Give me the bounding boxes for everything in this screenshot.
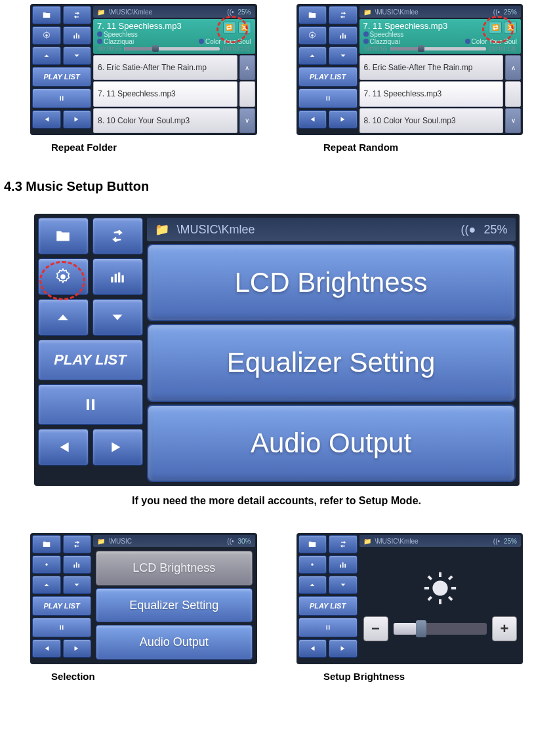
shuffle-mode-icon[interactable]: 🔀 — [238, 22, 251, 33]
menu-lcd-brightness[interactable]: LCD Brightness — [96, 551, 253, 586]
scroll-up[interactable]: ∧ — [239, 55, 255, 80]
down-button[interactable] — [329, 47, 358, 65]
next-button[interactable] — [92, 429, 143, 466]
repeat-button[interactable] — [63, 6, 92, 24]
brightness-plus[interactable]: + — [492, 616, 517, 641]
player-repeat-random: PLAY LIST 📁 \MUSIC\Kmlee ((• 25% 🔁 🔀 7. … — [297, 4, 523, 135]
settings-button[interactable] — [38, 258, 89, 295]
section-heading: 4.3 Music Setup Button — [4, 179, 549, 194]
artist-label: Clazziquai — [104, 38, 134, 45]
track-item[interactable]: 8. 10 Color Your Soul.mp3 — [93, 108, 237, 133]
up-button[interactable] — [298, 576, 327, 594]
prev-button[interactable] — [32, 110, 61, 129]
pause-button[interactable] — [38, 384, 143, 425]
repeat-button[interactable] — [329, 6, 358, 24]
folder-button[interactable] — [298, 6, 327, 24]
pause-button[interactable] — [32, 618, 91, 637]
menu-audio-output[interactable]: Audio Output — [147, 405, 516, 482]
next-button[interactable] — [329, 110, 358, 129]
scroll-track[interactable] — [505, 81, 521, 106]
equalizer-button[interactable] — [329, 555, 358, 574]
settings-button[interactable] — [298, 26, 327, 45]
up-button[interactable] — [32, 576, 61, 594]
scroll-track[interactable] — [239, 81, 255, 106]
menu-lcd-brightness[interactable]: LCD Brightness — [147, 244, 516, 321]
equalizer-button[interactable] — [63, 555, 92, 574]
menu-audio-output[interactable]: Audio Output — [96, 625, 253, 660]
main-area: 📁 \MUSIC ((• 30% LCD Brightness Equalize… — [93, 535, 255, 662]
progress-bar[interactable] — [124, 47, 220, 50]
down-button[interactable] — [63, 576, 92, 594]
folder-button[interactable] — [32, 535, 61, 553]
next-button[interactable] — [63, 639, 92, 658]
pause-button[interactable] — [32, 89, 91, 108]
prev-button[interactable] — [38, 429, 89, 466]
up-button[interactable] — [32, 47, 61, 65]
pause-button[interactable] — [298, 89, 358, 108]
svg-point-25 — [312, 563, 314, 566]
up-button[interactable] — [38, 299, 89, 336]
repeat-button[interactable] — [92, 218, 143, 254]
settings-button[interactable] — [32, 26, 61, 45]
folder-button[interactable] — [32, 6, 61, 24]
brightness-slider[interactable] — [394, 623, 487, 635]
next-button[interactable] — [63, 110, 92, 129]
main-area: 📁 \MUSIC\Kmlee ((• 25% − + — [359, 535, 522, 662]
equalizer-button[interactable] — [329, 26, 358, 45]
down-button[interactable] — [329, 576, 358, 594]
note-icon — [363, 31, 369, 37]
track-item[interactable]: 6. Eric Satie-After The Rain.mp — [93, 55, 237, 80]
menu-equalizer-setting[interactable]: Equalizer Setting — [147, 324, 516, 401]
folder-button[interactable] — [298, 535, 327, 553]
prev-button[interactable] — [32, 639, 61, 658]
menu-equalizer-setting[interactable]: Equalizer Setting — [96, 588, 253, 623]
settings-button[interactable] — [32, 555, 61, 574]
main-area: 📁 \MUSIC\Kmlee ((• 25% 🔁 🔀 7. 11 Speechl… — [93, 6, 255, 133]
prev-button[interactable] — [298, 639, 327, 658]
track-item[interactable]: 7. 11 Speechless.mp3 — [359, 81, 504, 106]
repeat-mode-icon[interactable]: 🔁 — [223, 22, 236, 33]
progress-bar[interactable] — [390, 47, 486, 50]
track-item[interactable]: 8. 10 Color Your Soul.mp3 — [359, 108, 504, 133]
equalizer-button[interactable] — [92, 258, 143, 295]
brightness-minus[interactable]: − — [363, 616, 388, 641]
svg-rect-8 — [342, 33, 344, 39]
down-button[interactable] — [92, 299, 143, 336]
playlist-button[interactable]: PLAY LIST — [32, 67, 91, 87]
folder-icon: 📁 — [97, 9, 105, 16]
playlist-button[interactable]: PLAY LIST — [298, 596, 358, 616]
folder-icon: 📁 — [363, 538, 371, 545]
pause-button[interactable] — [298, 618, 358, 637]
repeat-button[interactable] — [329, 535, 358, 553]
scroll-up[interactable]: ∧ — [505, 55, 521, 80]
svg-rect-27 — [342, 563, 344, 568]
svg-rect-28 — [344, 564, 346, 568]
svg-rect-29 — [326, 626, 327, 630]
player-brightness: PLAY LIST 📁 \MUSIC\Kmlee ((• 25% − — [297, 533, 523, 664]
scroll-down[interactable]: ∨ — [239, 108, 255, 133]
repeat-mode-icon[interactable]: 🔁 — [489, 22, 502, 33]
down-button[interactable] — [63, 47, 92, 65]
repeat-button[interactable] — [63, 535, 92, 553]
settings-button[interactable] — [298, 555, 327, 574]
folder-icon: 📁 — [155, 222, 169, 237]
playlist-button[interactable]: PLAY LIST — [38, 340, 143, 380]
track-item[interactable]: 6. Eric Satie-After The Rain.mp — [359, 55, 504, 80]
up-button[interactable] — [298, 47, 327, 65]
next-button[interactable] — [329, 639, 358, 658]
prev-button[interactable] — [298, 110, 327, 129]
caption-brightness: Setup Brightness — [323, 671, 535, 682]
now-playing-panel: 🔁 🔀 7. 11 Speechless.mp3 Speechless Claz… — [93, 19, 255, 54]
note-icon — [97, 31, 102, 37]
svg-rect-7 — [340, 35, 341, 39]
scroll-down[interactable]: ∨ — [505, 108, 521, 133]
svg-rect-16 — [122, 275, 124, 283]
shuffle-mode-icon[interactable]: 🔀 — [504, 22, 517, 33]
playlist-button[interactable]: PLAY LIST — [32, 596, 91, 616]
track-item[interactable]: 7. 11 Speechless.mp3 — [93, 81, 237, 106]
folder-button[interactable] — [38, 218, 89, 254]
svg-point-6 — [312, 34, 314, 37]
playlist-button[interactable]: PLAY LIST — [298, 67, 358, 87]
equalizer-button[interactable] — [63, 26, 92, 45]
player-repeat-folder: PLAY LIST 📁 \MUSIC\Kmlee ((• 25% 🔁 🔀 7. … — [30, 4, 257, 135]
